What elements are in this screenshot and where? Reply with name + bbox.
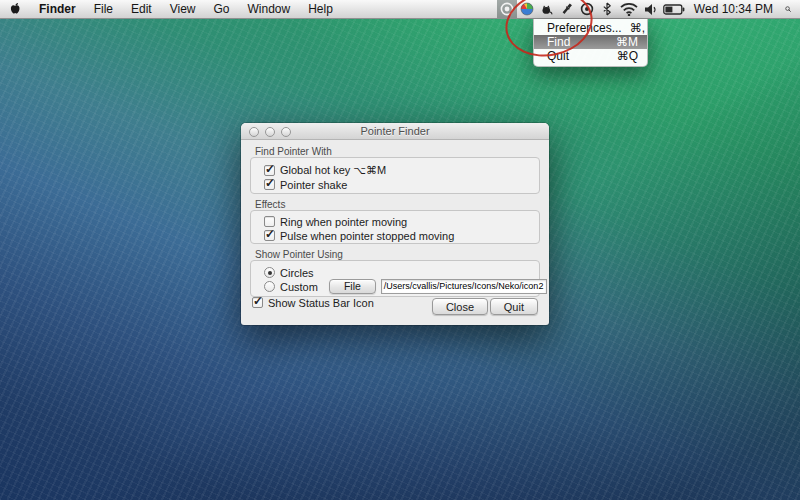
check-icon: ✓ (265, 227, 275, 241)
menu-help[interactable]: Help (299, 0, 342, 18)
custom-radio[interactable] (264, 281, 275, 292)
global-hot-key-row: ✓ Global hot key ⌥⌘M (264, 164, 386, 177)
bluetooth-icon (602, 2, 612, 16)
window-titlebar[interactable]: Pointer Finder (241, 123, 549, 140)
status-item-bluetooth[interactable] (597, 0, 617, 18)
global-hot-key-label: Global hot key ⌥⌘M (280, 164, 386, 177)
wifi-icon (620, 3, 638, 16)
pointer-shake-row: ✓ Pointer shake (264, 178, 347, 191)
menu-file[interactable]: File (85, 0, 122, 18)
pointer-finder-target-icon (500, 2, 514, 16)
minimize-window-button[interactable] (265, 127, 275, 137)
menu-item-find[interactable]: Find ⌘M (534, 35, 647, 49)
effects-group-label: Effects (255, 199, 285, 210)
menu-bar: Finder File Edit View Go Window Help (0, 0, 800, 19)
close-window-button[interactable] (249, 127, 259, 137)
menu-item-label: Preferences... (547, 21, 622, 35)
pointer-shake-checkbox[interactable]: ✓ (264, 179, 275, 190)
ring-when-moving-label: Ring when pointer moving (280, 216, 407, 228)
color-globe-icon (520, 2, 534, 16)
pointer-shake-label: Pointer shake (280, 179, 347, 191)
menu-finder[interactable]: Finder (30, 0, 85, 18)
menu-bar-left: Finder File Edit View Go Window Help (0, 0, 342, 18)
menu-item-quit[interactable]: Quit ⌘Q (534, 49, 647, 63)
ring-when-moving-checkbox[interactable] (264, 216, 275, 227)
global-hot-key-checkbox[interactable]: ✓ (264, 165, 275, 176)
status-menu-dropdown: Preferences... ⌘, Find ⌘M Quit ⌘Q (533, 19, 648, 67)
circles-radio[interactable] (264, 267, 275, 278)
menu-go[interactable]: Go (205, 0, 239, 18)
status-item-color-globe[interactable] (517, 0, 537, 18)
menu-bar-status-area: Wed 10:34 PM (497, 0, 800, 18)
menu-window[interactable]: Window (239, 0, 300, 18)
target-dot-icon (580, 2, 594, 16)
menu-item-shortcut: ⌘Q (617, 49, 638, 63)
ring-when-moving-row: Ring when pointer moving (264, 215, 407, 228)
menu-bar-clock[interactable]: Wed 10:34 PM (687, 2, 780, 16)
show-status-bar-icon-checkbox[interactable]: ✓ (252, 297, 263, 308)
status-item-wifi[interactable] (617, 0, 641, 18)
cat-icon (540, 3, 553, 16)
apple-icon (9, 2, 21, 16)
status-item-pointer-finder[interactable] (497, 0, 517, 18)
window-controls (249, 127, 291, 137)
spotlight-search-icon (785, 2, 791, 16)
custom-label: Custom (280, 281, 318, 293)
quit-button[interactable]: Quit (490, 298, 538, 315)
pointer-group-label: Show Pointer Using (255, 249, 343, 260)
pulse-when-stopped-label: Pulse when pointer stopped moving (280, 230, 454, 242)
menu-view[interactable]: View (161, 0, 205, 18)
pointer-group-box: Circles Custom File /Users/cvallis/Pictu… (250, 260, 540, 297)
zoom-window-button[interactable] (281, 127, 291, 137)
show-status-bar-icon-label: Show Status Bar Icon (268, 297, 374, 309)
effects-group-box: Ring when pointer moving ✓ Pulse when po… (250, 210, 540, 244)
pointer-finder-window: Pointer Finder Find Pointer With ✓ Globa… (241, 123, 549, 325)
show-status-bar-icon-row: ✓ Show Status Bar Icon (252, 296, 374, 309)
status-item-volume[interactable] (641, 0, 661, 18)
apple-menu[interactable] (0, 0, 30, 18)
find-group-box: ✓ Global hot key ⌥⌘M ✓ Pointer shake (250, 157, 540, 194)
battery-icon (663, 4, 685, 15)
menu-item-label: Find (547, 35, 570, 49)
menu-item-label: Quit (547, 49, 569, 63)
circles-row: Circles (264, 266, 314, 279)
flashlight-icon (560, 2, 574, 16)
file-button[interactable]: File (329, 279, 376, 294)
pulse-when-stopped-row: ✓ Pulse when pointer stopped moving (264, 229, 454, 242)
custom-path-field[interactable]: /Users/cvallis/Pictures/Icons/Neko/icon2 (381, 279, 547, 294)
status-item-target[interactable] (577, 0, 597, 18)
find-group-label: Find Pointer With (255, 146, 332, 157)
status-item-cat[interactable] (537, 0, 557, 18)
status-item-spotlight[interactable] (780, 0, 800, 18)
desktop-wallpaper: Finder File Edit View Go Window Help (0, 0, 800, 500)
status-item-battery[interactable] (661, 0, 687, 18)
pulse-when-stopped-checkbox[interactable]: ✓ (264, 230, 275, 241)
window-title: Pointer Finder (360, 125, 429, 137)
menu-edit[interactable]: Edit (122, 0, 161, 18)
check-icon: ✓ (253, 294, 263, 308)
status-item-flashlight[interactable] (557, 0, 577, 18)
check-icon: ✓ (265, 176, 275, 190)
menu-item-shortcut: ⌘, (630, 21, 645, 35)
menu-item-shortcut: ⌘M (616, 35, 638, 49)
menu-item-preferences[interactable]: Preferences... ⌘, (534, 21, 647, 35)
custom-row: Custom File /Users/cvallis/Pictures/Icon… (264, 280, 547, 293)
volume-icon (644, 3, 658, 16)
circles-label: Circles (280, 267, 314, 279)
close-button[interactable]: Close (432, 298, 488, 315)
check-icon: ✓ (265, 162, 275, 176)
